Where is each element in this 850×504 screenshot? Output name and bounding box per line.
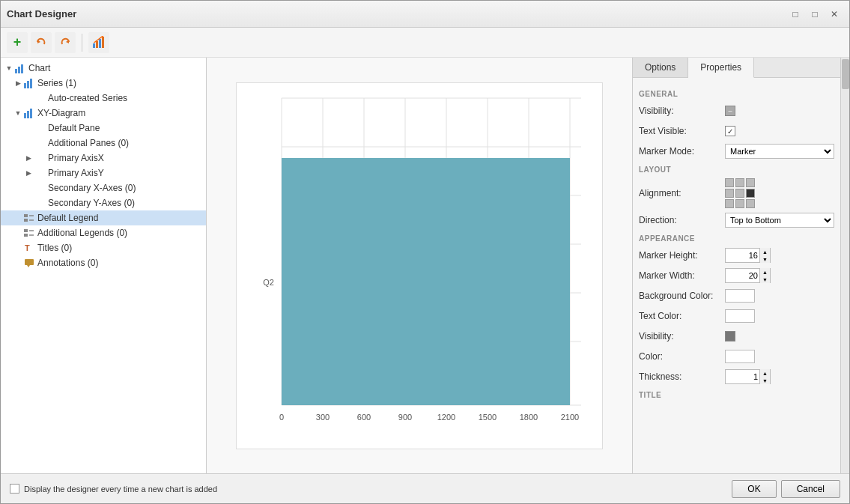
cancel-button[interactable]: Cancel (781, 480, 840, 498)
tree-arrow-series[interactable]: ▶ (13, 78, 23, 88)
toolbar-separator (82, 34, 82, 52)
series-icon (23, 77, 35, 89)
add-button[interactable]: + (7, 32, 28, 53)
redo-button[interactable] (55, 32, 76, 53)
th-spinner-down[interactable]: ▼ (759, 377, 770, 384)
title-buttons: □ □ ✕ (786, 5, 843, 23)
visibility-label: Visibility: (639, 106, 725, 116)
tree-item-chart[interactable]: ▼ Chart (1, 61, 206, 76)
prop-direction: Direction: Top to Bottom Bottom to Top L… (639, 212, 834, 228)
scrollbar-thumb[interactable] (842, 59, 849, 89)
prop-thickness: Thickness: ▲ ▼ (639, 368, 834, 385)
spinner-down[interactable]: ▼ (759, 255, 770, 263)
section-appearance: APPEARANCE (639, 234, 834, 243)
visibility-app-checkbox[interactable] (725, 331, 735, 341)
svg-text:1500: 1500 (479, 413, 497, 422)
marker-width-spinner: ▲ ▼ (725, 268, 771, 283)
tree-item-annotations[interactable]: ▶ Annotations (0) (1, 255, 206, 270)
tree-item-titles[interactable]: ▶ T Titles (0) (1, 240, 206, 255)
align-cell-ml[interactable] (725, 189, 734, 198)
additional-legends-icon (23, 227, 35, 239)
thickness-input[interactable] (726, 372, 759, 381)
align-cell-bl[interactable] (725, 199, 734, 208)
tree-item-auto-series[interactable]: ▶ Auto-created Series (1, 91, 206, 106)
undo-button[interactable] (31, 32, 52, 53)
tree-item-default-legend[interactable]: ▶ Default Legend (1, 210, 206, 225)
tree-item-sec-x[interactable]: ▶ Secondary X-Axes (0) (1, 180, 206, 195)
section-title: TITLE (639, 391, 834, 399)
marker-mode-select[interactable]: Marker None All (725, 144, 834, 159)
svg-rect-5 (102, 37, 104, 48)
spinner-up[interactable]: ▲ (759, 248, 770, 255)
tree-arrow-chart[interactable]: ▼ (4, 63, 14, 73)
text-visible-checkbox[interactable]: ✓ (725, 126, 735, 136)
tab-options[interactable]: Options (633, 58, 688, 77)
prop-alignment: Alignment: (639, 178, 834, 208)
svg-text:Q2: Q2 (263, 278, 274, 287)
chart-svg: 0 300 600 900 1200 1500 1800 2100 Q2 (236, 82, 603, 449)
tree-label-additional-panes: Additional Panes (0) (48, 138, 129, 148)
prop-marker-width: Marker Width: ▲ ▼ (639, 267, 834, 284)
tree-item-series[interactable]: ▶ Series (1) (1, 76, 206, 91)
scrollbar[interactable] (840, 58, 849, 473)
prop-visibility-app: Visibility: (639, 328, 834, 344)
svg-rect-8 (21, 64, 23, 73)
tree-item-default-pane[interactable]: ▶ Default Pane (1, 121, 206, 136)
text-color-value (725, 309, 834, 323)
maximize-button[interactable]: □ (806, 5, 824, 23)
align-cell-br[interactable] (746, 199, 755, 208)
mw-spinner-down[interactable]: ▼ (759, 276, 770, 283)
tab-properties[interactable]: Properties (688, 58, 754, 78)
th-spinner-up[interactable]: ▲ (759, 369, 770, 377)
tree-arrow-xy[interactable]: ▼ (13, 108, 23, 118)
visibility-checkbox[interactable]: – (725, 106, 735, 116)
text-color-box[interactable] (725, 309, 755, 323)
bg-color-box[interactable] (725, 289, 755, 303)
left-panel: ▼ Chart ▶ Series (1) ▶ (1, 58, 207, 473)
tree-area: ▼ Chart ▶ Series (1) ▶ (1, 58, 206, 473)
align-cell-tl[interactable] (725, 178, 734, 187)
color-box[interactable] (725, 350, 755, 363)
tree-item-xy[interactable]: ▼ XY-Diagram (1, 106, 206, 121)
visibility-value: – (725, 106, 834, 116)
align-cell-tr[interactable] (746, 178, 755, 187)
tree-item-additional-panes[interactable]: ▶ Additional Panes (0) (1, 136, 206, 151)
svg-text:600: 600 (357, 413, 371, 422)
align-cell-mc[interactable] (735, 189, 744, 198)
ok-button[interactable]: OK (732, 480, 776, 498)
chart-wizard-icon (92, 36, 106, 49)
close-button[interactable]: ✕ (825, 5, 843, 23)
bottom-checkbox[interactable] (10, 484, 19, 494)
mw-spinner-up[interactable]: ▲ (759, 268, 770, 276)
marker-height-input[interactable] (726, 251, 759, 260)
svg-rect-4 (99, 39, 101, 48)
axisy-icon (34, 167, 46, 179)
tree-arrow-axisx[interactable]: ▶ (23, 153, 34, 163)
align-cell-tc[interactable] (735, 178, 744, 187)
chart-wizard-button[interactable] (88, 32, 109, 53)
marker-width-input[interactable] (726, 271, 759, 280)
tree-arrow-axisy[interactable]: ▶ (23, 168, 34, 178)
align-cell-mr[interactable] (746, 189, 755, 198)
prop-marker-mode: Marker Mode: Marker None All (639, 143, 834, 160)
tree-item-additional-legends[interactable]: ▶ Additional Legends (0) (1, 225, 206, 240)
minimize-button[interactable]: □ (786, 5, 804, 23)
bottom-buttons: OK Cancel (732, 480, 840, 498)
svg-rect-15 (24, 214, 28, 217)
marker-height-value: ▲ ▼ (725, 248, 834, 263)
tree-item-sec-y[interactable]: ▶ Secondary Y-Axes (0) (1, 195, 206, 210)
align-cell-bc[interactable] (735, 199, 744, 208)
auto-series-icon (34, 92, 46, 104)
direction-select[interactable]: Top to Bottom Bottom to Top Left to Righ… (725, 213, 834, 228)
marker-height-label: Marker Height: (639, 250, 725, 261)
tree-label-axisx: Primary AxisX (48, 153, 104, 163)
svg-rect-24 (25, 259, 34, 265)
toolbar: + (1, 28, 849, 58)
alignment-grid[interactable] (725, 178, 755, 208)
prop-text-visible: Text Visible: ✓ (639, 123, 834, 139)
mw-spinner-btns: ▲ ▼ (759, 268, 770, 283)
tree-item-axisx[interactable]: ▶ Primary AxisX (1, 151, 206, 166)
tree-item-axisy[interactable]: ▶ Primary AxisY (1, 166, 206, 180)
marker-width-value: ▲ ▼ (725, 268, 834, 283)
bottom-bar: Display the designer every time a new ch… (1, 473, 849, 503)
